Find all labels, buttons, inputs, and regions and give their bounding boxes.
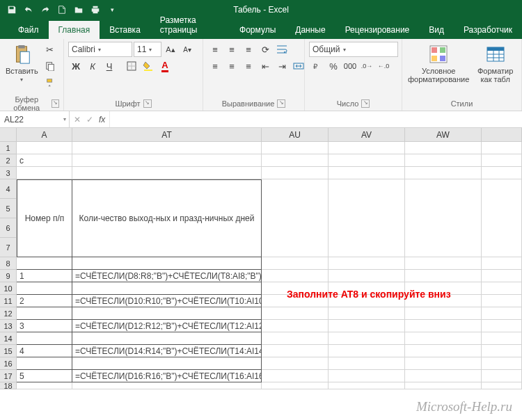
cell[interactable]: [329, 167, 405, 179]
cell[interactable]: [329, 257, 405, 270]
cell[interactable]: [405, 357, 482, 370]
cell[interactable]: [405, 167, 482, 179]
cell[interactable]: [405, 257, 482, 270]
cell[interactable]: [482, 382, 522, 389]
cell[interactable]: [329, 332, 405, 345]
cell[interactable]: [72, 307, 262, 320]
cell[interactable]: =СЧЁТЕСЛИ(D12:R12;"В")+СЧЁТЕСЛИ(T12:AI12…: [72, 320, 262, 332]
italic-button[interactable]: К: [85, 58, 100, 74]
cut-icon[interactable]: ✂: [42, 42, 58, 57]
cell[interactable]: [482, 320, 522, 332]
borders-icon[interactable]: [124, 58, 139, 74]
bold-button[interactable]: Ж: [68, 58, 84, 74]
row-header[interactable]: 12: [0, 307, 17, 320]
wrap-text-icon[interactable]: [274, 42, 290, 57]
name-box[interactable]: AL22▾: [0, 111, 70, 127]
format-painter-icon[interactable]: [42, 75, 58, 90]
cell[interactable]: [482, 154, 522, 167]
cell[interactable]: [262, 370, 329, 382]
cell[interactable]: [405, 382, 482, 389]
tab-developer[interactable]: Разработчик: [454, 21, 522, 39]
row-header[interactable]: 17: [0, 370, 17, 382]
accounting-icon[interactable]: ₽: [309, 58, 324, 74]
cell[interactable]: [329, 307, 405, 320]
cell[interactable]: [405, 154, 482, 167]
cell[interactable]: [405, 307, 482, 320]
cell[interactable]: [329, 142, 405, 154]
tab-file[interactable]: Файл: [8, 21, 49, 39]
cell[interactable]: [482, 295, 522, 307]
cell[interactable]: [262, 179, 329, 257]
cell[interactable]: [329, 382, 405, 389]
col-header[interactable]: AW: [405, 128, 482, 142]
cell[interactable]: =СЧЁТЕСЛИ(D8:R8;"В")+СЧЁТЕСЛИ(T8:AI8;"В"…: [72, 270, 262, 282]
cell[interactable]: [482, 357, 522, 370]
cancel-formula-icon[interactable]: ✕: [74, 115, 81, 124]
new-icon[interactable]: [54, 2, 70, 17]
cell[interactable]: =СЧЁТЕСЛИ(D14:R14;"В")+СЧЁТЕСЛИ(T14:AI14…: [72, 345, 262, 357]
cell[interactable]: с: [17, 154, 72, 167]
orientation-icon[interactable]: ⟳: [258, 42, 273, 57]
row-header[interactable]: 1: [0, 142, 17, 154]
cell[interactable]: [405, 179, 482, 257]
cell[interactable]: Коли-чество выход-ных и празд-ничных дне…: [72, 179, 262, 257]
cell[interactable]: [17, 332, 72, 345]
increase-decimal-icon[interactable]: .0→: [359, 58, 374, 74]
cell[interactable]: [482, 282, 522, 295]
cell[interactable]: 3: [17, 320, 72, 332]
align-top-icon[interactable]: ≡: [207, 42, 223, 57]
tab-review[interactable]: Рецензирование: [335, 21, 420, 39]
cell[interactable]: [482, 179, 522, 257]
comma-icon[interactable]: 000: [342, 58, 358, 74]
cell[interactable]: 1: [17, 270, 72, 282]
cell[interactable]: [405, 370, 482, 382]
cell[interactable]: [405, 345, 482, 357]
decrease-decimal-icon[interactable]: ←.0: [376, 58, 391, 74]
clipboard-dialog-icon[interactable]: ↘: [52, 99, 59, 108]
accept-formula-icon[interactable]: ✓: [86, 115, 93, 124]
cell[interactable]: [17, 307, 72, 320]
col-header[interactable]: A: [17, 128, 72, 142]
row-header[interactable]: 11: [0, 295, 17, 307]
print-icon[interactable]: [88, 2, 103, 17]
cell[interactable]: [262, 167, 329, 179]
cell[interactable]: [72, 332, 262, 345]
cell[interactable]: [329, 345, 405, 357]
cell[interactable]: [482, 307, 522, 320]
cell[interactable]: =СЧЁТЕСЛИ(D10:R10;"В")+СЧЁТЕСЛИ(T10:AI10…: [72, 295, 262, 307]
row-header[interactable]: 10: [0, 282, 17, 295]
row-header[interactable]: 15: [0, 345, 17, 357]
cell[interactable]: [262, 142, 329, 154]
fill-color-icon[interactable]: [141, 58, 156, 74]
align-bottom-icon[interactable]: ≡: [241, 42, 256, 57]
paste-button[interactable]: Вставить ▾: [4, 42, 40, 84]
row-header[interactable]: 2: [0, 154, 17, 167]
undo-icon[interactable]: [21, 2, 36, 17]
cell[interactable]: [17, 357, 72, 370]
cell[interactable]: [329, 179, 405, 257]
conditional-formatting-button[interactable]: Условное форматирование: [406, 42, 470, 85]
align-center-icon[interactable]: ≡: [224, 58, 239, 74]
number-dialog-icon[interactable]: ↘: [361, 99, 370, 108]
cell[interactable]: [405, 320, 482, 332]
cell[interactable]: 4: [17, 345, 72, 357]
tab-formulas[interactable]: Формулы: [230, 21, 285, 39]
cell[interactable]: [17, 257, 72, 270]
row-header[interactable]: 7: [0, 238, 17, 257]
increase-font-icon[interactable]: A▴: [163, 42, 178, 57]
cell[interactable]: [72, 257, 262, 270]
align-middle-icon[interactable]: ≡: [224, 42, 239, 57]
cell[interactable]: [482, 142, 522, 154]
fx-icon[interactable]: fx: [99, 115, 105, 124]
row-header[interactable]: 14: [0, 332, 17, 345]
cell[interactable]: [72, 167, 262, 179]
cell[interactable]: [262, 357, 329, 370]
cell[interactable]: [72, 357, 262, 370]
qat-more-icon[interactable]: ▾: [104, 2, 120, 17]
cell[interactable]: [405, 142, 482, 154]
format-as-table-button[interactable]: Форматир как табл: [473, 42, 517, 85]
cell[interactable]: [329, 370, 405, 382]
spreadsheet-grid[interactable]: A AT AU AV AW 12с34567Номер п/пКоли-чест…: [0, 128, 522, 389]
cell[interactable]: [72, 154, 262, 167]
cell[interactable]: [262, 320, 329, 332]
